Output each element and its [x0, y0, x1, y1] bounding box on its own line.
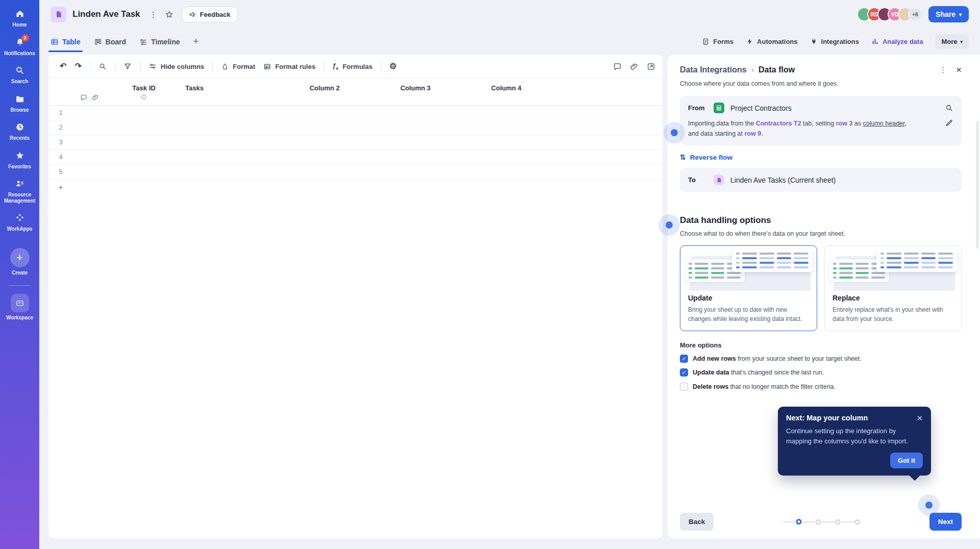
analyze-data-button[interactable]: Analyze data	[871, 38, 923, 45]
source-sheet-name: Project Contractors	[730, 104, 792, 112]
back-button[interactable]: Back	[680, 513, 714, 531]
comments-button[interactable]	[613, 62, 622, 71]
sidebar-item-browse[interactable]: Browse	[0, 93, 39, 113]
change-source-button[interactable]	[945, 104, 953, 112]
checkbox[interactable]: ✓	[680, 368, 688, 377]
share-button[interactable]: Share ▾	[928, 6, 969, 22]
next-button[interactable]: Next	[929, 513, 962, 531]
edit-import-button[interactable]	[945, 118, 953, 139]
timeline-icon	[139, 38, 148, 46]
more-button[interactable]: More ▾	[935, 34, 969, 49]
search-icon	[945, 104, 953, 112]
got-it-button[interactable]: Got it	[890, 453, 923, 468]
forms-icon	[702, 38, 709, 45]
step-dot	[836, 519, 841, 525]
attachments-button[interactable]	[630, 62, 639, 71]
board-icon	[94, 38, 102, 46]
automations-button[interactable]: Automations	[746, 38, 797, 45]
sheet-settings-button[interactable]: ⚙	[385, 59, 401, 73]
column-header-column4[interactable]: Column 4	[461, 79, 552, 105]
row-number: 5	[48, 168, 73, 176]
option-checkbox-row[interactable]: ✓ Update data that's changed since the l…	[680, 368, 962, 377]
bell-icon: 2	[14, 37, 26, 48]
option-checkbox-row[interactable]: ✓ Add new rows from your source sheet to…	[680, 355, 962, 363]
add-row-button[interactable]: +	[48, 180, 663, 194]
table-row[interactable]: 5	[48, 165, 663, 180]
attachment-column-icon[interactable]	[92, 94, 99, 101]
sidebar-item-workapps[interactable]: WorkApps	[0, 212, 39, 232]
more-options-label: More options	[680, 341, 962, 349]
redo-icon: ↷	[75, 62, 81, 70]
data-handling-subtitle: Choose what to do when there's data on y…	[680, 230, 962, 237]
format-rules-button[interactable]: Format rules	[259, 60, 320, 73]
reverse-flow-button[interactable]: ⇅ Reverse flow	[680, 153, 962, 161]
comment-column-icon[interactable]	[80, 94, 87, 101]
format-button[interactable]: Format	[217, 60, 259, 73]
panel-close-icon[interactable]: ×	[956, 65, 962, 74]
undo-button[interactable]: ↶	[56, 59, 70, 73]
sidebar-item-resource-management[interactable]: Resource Management	[0, 178, 39, 204]
breadcrumb-data-integrations[interactable]: Data Integrations	[680, 65, 747, 74]
table-row[interactable]: 1	[48, 106, 663, 120]
formulas-button[interactable]: ƒx Formulas	[328, 59, 377, 74]
redo-button[interactable]: ↷	[70, 59, 85, 73]
tab-board[interactable]: Board	[94, 29, 126, 55]
avatar-overflow[interactable]: +6	[908, 7, 922, 21]
integrations-button[interactable]: Integrations	[810, 38, 859, 45]
handling-option-card[interactable]: Replace Entirely replace what's in your …	[824, 245, 962, 331]
table-row[interactable]: 2	[48, 120, 663, 135]
open-in-new-button[interactable]	[647, 62, 655, 71]
favorite-star-icon[interactable]	[165, 10, 174, 19]
table-row[interactable]: 3	[48, 135, 663, 150]
column-header-row: Task ID Tasks Column 2 Column 3 Column 4	[48, 79, 663, 106]
sidebar-item-favorites[interactable]: Favorites	[0, 150, 39, 170]
tab-timeline[interactable]: Timeline	[139, 29, 180, 55]
folder-icon	[14, 93, 26, 105]
to-card: To Linden Ave Tasks (Current sheet)	[680, 168, 962, 192]
title-kebab-menu-icon[interactable]: ⋮	[150, 10, 158, 19]
feedback-button[interactable]: Feedback	[182, 7, 238, 22]
add-view-button[interactable]: +	[193, 36, 199, 47]
handling-option-card[interactable]: Update Bring your sheet up to date with …	[680, 245, 817, 331]
option-checkbox-row[interactable]: ✓ Delete rows that no longer match the f…	[680, 383, 962, 391]
data-flow-panel: Data Integrations › Data flow ⋮ × Choose…	[668, 55, 980, 538]
checkbox[interactable]: ✓	[680, 355, 688, 363]
sidebar-item-workspace[interactable]: Workspace	[0, 294, 39, 321]
row-number: 2	[48, 124, 73, 131]
tab-table[interactable]: Table	[51, 29, 81, 55]
info-icon[interactable]	[141, 94, 147, 100]
forms-button[interactable]: Forms	[702, 38, 733, 45]
column-header-term[interactable]: column header	[863, 120, 905, 127]
panel-scrollbar[interactable]	[976, 121, 979, 248]
sidebar-item-recents[interactable]: Recents	[0, 121, 39, 141]
sidebar-item-search[interactable]: Search	[0, 65, 39, 85]
column-header-column2[interactable]: Column 2	[279, 79, 370, 105]
column-header-column3[interactable]: Column 3	[370, 79, 461, 105]
data-handling-title: Data handling options	[680, 215, 962, 226]
avatar-stack[interactable]: RD VD	[861, 7, 912, 21]
table-row[interactable]: 4	[48, 150, 663, 165]
header-row-link[interactable]: row 3	[836, 120, 853, 127]
column-header-tasks[interactable]: Tasks	[182, 79, 279, 105]
import-description: Importing data from the Contractors T2 t…	[688, 118, 908, 139]
target-sheet-name: Linden Ave Tasks (Current sheet)	[730, 176, 836, 184]
chevron-down-icon: ▾	[959, 12, 962, 17]
sidebar-item-notifications[interactable]: 2 Notifications	[0, 37, 39, 57]
sidebar-item-home[interactable]: Home	[0, 8, 39, 28]
sidebar-item-create[interactable]: + Create	[0, 248, 39, 276]
checkbox[interactable]: ✓	[680, 383, 688, 391]
google-sheets-icon	[714, 103, 724, 113]
star-icon	[14, 150, 26, 161]
panel-subtitle: Choose where your data comes from and wh…	[680, 80, 962, 87]
checkmark-icon: ✓	[681, 356, 686, 362]
search-sheet-button[interactable]	[94, 59, 111, 73]
filter-button[interactable]	[119, 59, 136, 73]
workspace-icon	[11, 294, 29, 312]
source-tab-link[interactable]: Contractors T2	[756, 120, 801, 127]
column-header-task-id[interactable]: Task ID	[106, 79, 182, 105]
start-row-link[interactable]: row 9	[745, 130, 762, 137]
sheet-rows: 1 2 3 4 5	[48, 106, 663, 180]
tooltip-close-icon[interactable]: ✕	[916, 414, 923, 422]
panel-kebab-menu-icon[interactable]: ⋮	[939, 65, 947, 74]
hide-columns-button[interactable]: Hide columns	[144, 59, 208, 73]
